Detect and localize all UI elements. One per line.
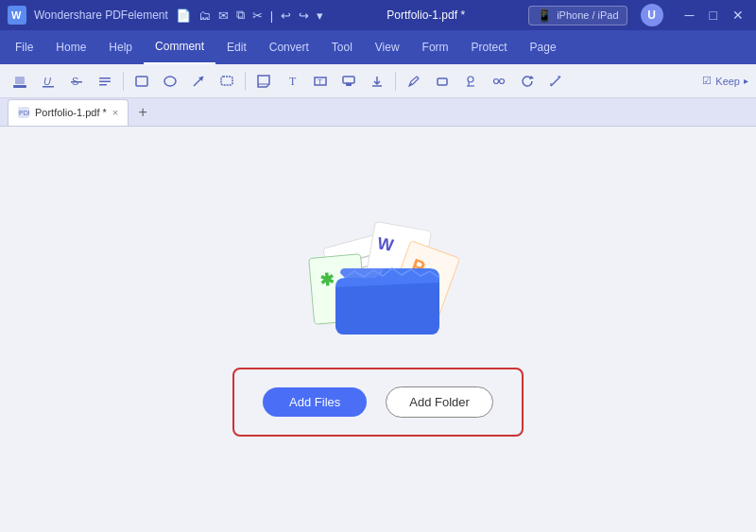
svg-text:✱: ✱ <box>319 269 335 289</box>
titlebar-controls: 📱 iPhone / iPad U ─ □ ✕ <box>528 4 748 26</box>
signature-tool[interactable] <box>458 69 483 94</box>
menu-tool[interactable]: Tool <box>320 30 364 64</box>
measure-tool[interactable] <box>543 69 568 94</box>
keep-label: Keep <box>715 76 740 87</box>
paragraph-tool[interactable] <box>93 69 117 94</box>
comment-toolbar: U S T T <box>0 64 756 98</box>
underline-tool[interactable]: U <box>36 69 60 94</box>
menu-convert[interactable]: Convert <box>258 30 320 64</box>
user-avatar[interactable]: U <box>641 4 663 26</box>
svg-text:PDF: PDF <box>19 110 29 116</box>
app-name: Wondershare PDFelement <box>34 9 168 22</box>
cloud-tool[interactable] <box>215 69 239 94</box>
svg-text:W: W <box>11 9 22 21</box>
add-folder-button[interactable]: Add Folder <box>386 386 493 418</box>
stamp-tool[interactable] <box>336 69 361 94</box>
keep-chevron-icon[interactable]: ▸ <box>744 76 748 86</box>
iphone-label: iPhone / iPad <box>557 9 618 21</box>
svg-point-24 <box>468 77 473 82</box>
pdf-tab-icon: PDF <box>18 107 29 118</box>
phone-icon: 📱 <box>537 9 552 23</box>
svg-rect-5 <box>43 86 54 88</box>
ellipse-tool[interactable] <box>158 69 182 94</box>
svg-point-26 <box>500 78 505 83</box>
menu-home[interactable]: Home <box>44 30 97 64</box>
tabbar: PDF Portfolio-1.pdf * × + <box>0 98 756 127</box>
titlebar-left: W Wondershare PDFelement 📄 🗂 ✉ ⧉ ✂ | ↩ ↪… <box>8 6 323 25</box>
pen-tool[interactable] <box>402 69 426 94</box>
svg-rect-2 <box>13 85 26 88</box>
svg-point-12 <box>164 77 176 86</box>
svg-rect-11 <box>136 77 147 86</box>
svg-rect-15 <box>221 77 232 85</box>
close-button[interactable]: ✕ <box>728 6 748 25</box>
undo-icon[interactable]: ↩ <box>281 9 291 23</box>
toolbar-divider-3 <box>395 72 396 91</box>
maximize-button[interactable]: □ <box>705 6 722 25</box>
strikethrough-tool[interactable]: S <box>64 69 89 94</box>
new-tab-button[interactable]: + <box>132 102 153 123</box>
menu-help[interactable]: Help <box>97 30 144 64</box>
keep-checkbox[interactable]: ☑ <box>702 75 712 87</box>
svg-text:T: T <box>318 77 322 86</box>
minimize-button[interactable]: ─ <box>680 6 699 25</box>
scissors-icon[interactable]: ✂ <box>252 9 263 23</box>
rotate-tool[interactable] <box>515 69 540 94</box>
menu-form[interactable]: Form <box>411 30 460 64</box>
separator-icon: | <box>270 9 273 23</box>
svg-rect-9 <box>99 80 111 82</box>
add-files-button[interactable]: Add Files <box>263 387 367 417</box>
menu-comment[interactable]: Comment <box>144 30 215 64</box>
toolbar-divider-1 <box>123 72 124 91</box>
menubar: File Home Help Comment Edit Convert Tool… <box>0 30 756 64</box>
eraser-tool[interactable] <box>430 69 455 94</box>
add-files-area: Add Files Add Folder <box>232 368 524 437</box>
toolbar-divider-2 <box>245 72 246 91</box>
down-arrow-icon[interactable]: ▾ <box>317 9 323 23</box>
attach-tool[interactable] <box>365 69 389 94</box>
tab-portfolio[interactable]: PDF Portfolio-1.pdf * × <box>8 99 129 126</box>
rect-tool[interactable] <box>129 69 154 94</box>
text-comment-tool[interactable]: T <box>280 69 304 94</box>
tab-title: Portfolio-1.pdf * <box>35 107 107 118</box>
redo-icon[interactable]: ↪ <box>299 9 309 23</box>
keep-section: ☑ Keep ▸ <box>702 75 748 87</box>
window-icon[interactable]: ⧉ <box>236 8 245 23</box>
svg-text:U: U <box>43 76 51 87</box>
menu-protect[interactable]: Protect <box>460 30 519 64</box>
svg-rect-23 <box>438 78 447 85</box>
sticky-note-tool[interactable] <box>251 69 276 94</box>
svg-rect-20 <box>343 77 354 83</box>
svg-text:W: W <box>376 233 395 255</box>
iphone-ipad-button[interactable]: 📱 iPhone / iPad <box>528 6 627 26</box>
illustration: W P ✱ <box>284 197 472 349</box>
svg-rect-7 <box>71 81 82 83</box>
menu-page[interactable]: Page <box>519 30 568 64</box>
svg-rect-8 <box>99 77 111 79</box>
main-content: W P ✱ Add Files Add Folder <box>0 127 756 507</box>
arrow-tool[interactable] <box>186 69 211 94</box>
tab-close-button[interactable]: × <box>112 107 118 118</box>
highlight-tool[interactable] <box>8 69 32 94</box>
menu-edit[interactable]: Edit <box>215 30 258 64</box>
svg-point-25 <box>494 78 499 83</box>
svg-rect-21 <box>346 83 352 86</box>
menu-file[interactable]: File <box>4 30 44 64</box>
svg-text:T: T <box>289 75 297 88</box>
group-tool[interactable] <box>487 69 511 94</box>
svg-rect-10 <box>99 84 107 86</box>
file-icon[interactable]: 📄 <box>176 9 191 23</box>
textbox-tool[interactable]: T <box>308 69 333 94</box>
titlebar: W Wondershare PDFelement 📄 🗂 ✉ ⧉ ✂ | ↩ ↪… <box>0 0 756 30</box>
svg-rect-3 <box>15 77 25 84</box>
window-title: Portfolio-1.pdf * <box>387 9 465 22</box>
menu-view[interactable]: View <box>364 30 411 64</box>
mail-icon[interactable]: ✉ <box>218 9 229 23</box>
folder-icon[interactable]: 🗂 <box>198 9 211 23</box>
app-logo-icon: W <box>8 6 26 25</box>
